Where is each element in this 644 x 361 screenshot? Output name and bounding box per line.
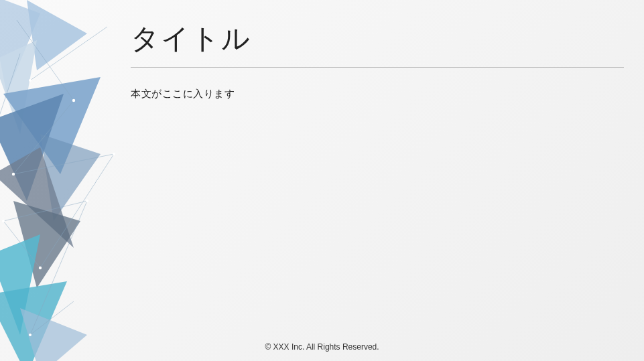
- svg-line-18: [30, 301, 74, 335]
- content-area: タイトル 本文がここに入ります: [131, 20, 624, 100]
- slide: タイトル 本文がここに入ります © XXX Inc. All Rights Re…: [0, 0, 644, 361]
- svg-marker-7: [13, 201, 80, 288]
- title-divider: [131, 67, 624, 68]
- svg-point-23: [113, 153, 115, 155]
- svg-point-28: [2, 220, 5, 222]
- svg-line-17: [30, 201, 87, 335]
- svg-marker-10: [20, 308, 87, 361]
- svg-point-22: [12, 173, 15, 175]
- svg-line-19: [30, 27, 107, 80]
- svg-point-26: [29, 79, 31, 82]
- svg-marker-2: [0, 40, 37, 134]
- slide-title: タイトル: [131, 20, 624, 67]
- svg-line-13: [13, 154, 114, 174]
- svg-marker-0: [0, 0, 40, 94]
- svg-point-27: [29, 334, 31, 336]
- svg-line-16: [3, 201, 87, 221]
- slide-footer: © XXX Inc. All Rights Reserved.: [0, 342, 644, 352]
- slide-body: 本文がここに入ります: [131, 88, 624, 100]
- svg-marker-1: [27, 0, 87, 70]
- svg-point-21: [72, 99, 75, 102]
- svg-line-11: [17, 20, 74, 100]
- svg-line-12: [13, 100, 74, 174]
- svg-point-24: [39, 267, 42, 269]
- svg-marker-6: [0, 147, 74, 248]
- svg-marker-4: [0, 94, 64, 201]
- svg-marker-8: [0, 234, 40, 335]
- svg-line-14: [40, 154, 114, 268]
- svg-line-15: [3, 221, 40, 268]
- decorative-triangles-icon: [0, 0, 127, 361]
- svg-marker-3: [3, 77, 101, 174]
- svg-point-25: [86, 200, 88, 202]
- svg-marker-5: [40, 134, 101, 221]
- svg-line-20: [0, 54, 20, 134]
